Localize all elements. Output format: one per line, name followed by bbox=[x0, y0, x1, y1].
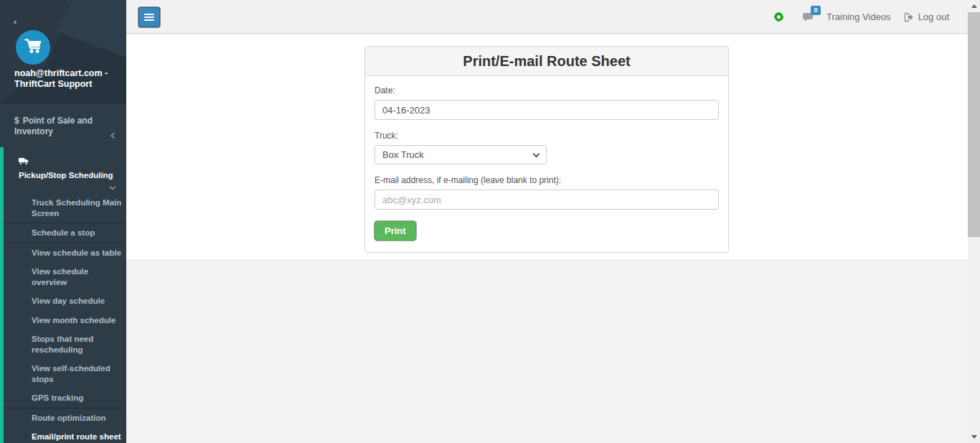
sidebar-item-schedule-a-stop[interactable]: Schedule a stop bbox=[4, 223, 126, 243]
email-input[interactable] bbox=[374, 190, 719, 210]
sidebar-item-view-schedule-overview[interactable]: View schedule overview bbox=[4, 262, 126, 292]
chat-count-badge: 0 bbox=[811, 6, 821, 15]
sidebar-toggle-button[interactable] bbox=[138, 7, 160, 27]
print-button[interactable]: Print bbox=[374, 221, 416, 241]
section-label: Point of Sale and Inventory bbox=[14, 116, 93, 136]
sidebar-item-view-day-schedule[interactable]: View day schedule bbox=[4, 292, 126, 311]
vertical-scrollbar[interactable] bbox=[968, 0, 980, 443]
sidebar-group-header[interactable]: Pickup/Stop Scheduling bbox=[4, 147, 126, 193]
sidebar-user-panel: noah@thriftcart.com - ThriftCart Support bbox=[0, 0, 126, 104]
route-sheet-panel: Print/E-mail Route Sheet Date: Truck: Bo… bbox=[364, 46, 729, 253]
chevron-down-icon bbox=[110, 184, 116, 190]
training-videos-link[interactable]: Training Videos bbox=[826, 11, 891, 22]
sidebar-item-view-self-scheduled-stops[interactable]: View self-scheduled stops bbox=[4, 359, 126, 388]
truck-icon bbox=[19, 155, 29, 168]
app-window: noah@thriftcart.com - ThriftCart Support… bbox=[0, 0, 980, 443]
date-input[interactable] bbox=[374, 100, 719, 120]
sign-out-icon bbox=[903, 12, 913, 22]
content-area: Print/E-mail Route Sheet Date: Truck: Bo… bbox=[126, 34, 968, 259]
scroll-down-arrow-icon[interactable] bbox=[971, 435, 977, 439]
sidebar-item-truck-scheduling-main-screen[interactable]: Truck Scheduling Main Screen bbox=[4, 193, 126, 223]
logout-button[interactable]: Log out bbox=[903, 11, 949, 22]
settings-gear-icon[interactable] bbox=[773, 11, 784, 22]
sidebar-item-gps-tracking[interactable]: GPS tracking bbox=[4, 388, 126, 408]
sidebar-item-email-print-route-sheet[interactable]: Email/print route sheet bbox=[4, 427, 126, 443]
panel-header: Print/E-mail Route Sheet bbox=[365, 47, 728, 76]
thriftcart-logo bbox=[16, 30, 50, 65]
scrollbar-thumb[interactable] bbox=[968, 12, 980, 237]
truck-select[interactable]: Box Truck bbox=[374, 145, 547, 164]
page-background bbox=[126, 259, 968, 443]
sidebar: noah@thriftcart.com - ThriftCart Support… bbox=[0, 0, 126, 443]
topbar-actions: 0 Training Videos Log out bbox=[773, 0, 949, 34]
logout-label: Log out bbox=[918, 11, 949, 22]
page-title: Print/E-mail Route Sheet bbox=[463, 53, 630, 70]
sidebar-item-view-month-schedule[interactable]: View month schedule bbox=[4, 311, 126, 330]
sidebar-item-stops-that-need-rescheduling[interactable]: Stops that need rescheduling bbox=[4, 330, 126, 359]
sidebar-group-pickup-stop-scheduling: Pickup/Stop Scheduling Truck Scheduling … bbox=[0, 147, 126, 443]
email-label: E-mail address, if e-mailing (leave blan… bbox=[374, 175, 719, 185]
sidebar-section-pos-inventory[interactable]: $Point of Sale and Inventory bbox=[0, 104, 126, 147]
pattern-dot bbox=[14, 21, 17, 24]
group-label: Pickup/Stop Scheduling bbox=[19, 171, 113, 179]
panel-body: Date: Truck: Box Truck E-mail address, i… bbox=[365, 76, 728, 252]
sidebar-item-route-optimization[interactable]: Route optimization bbox=[4, 408, 126, 428]
truck-label: Truck: bbox=[374, 131, 719, 141]
shopping-cart-icon bbox=[22, 35, 44, 60]
dollar-icon: $ bbox=[14, 116, 19, 126]
sidebar-item-view-schedule-as-table[interactable]: View schedule as table bbox=[4, 243, 126, 263]
hamburger-icon bbox=[144, 14, 154, 15]
scroll-up-arrow-icon[interactable] bbox=[971, 4, 977, 8]
chevron-left-icon bbox=[111, 133, 117, 139]
topbar: 0 Training Videos Log out bbox=[126, 0, 968, 34]
date-label: Date: bbox=[374, 85, 719, 95]
chat-button[interactable]: 0 bbox=[802, 12, 814, 22]
user-account-label: noah@thriftcart.com - ThriftCart Support bbox=[14, 68, 108, 90]
